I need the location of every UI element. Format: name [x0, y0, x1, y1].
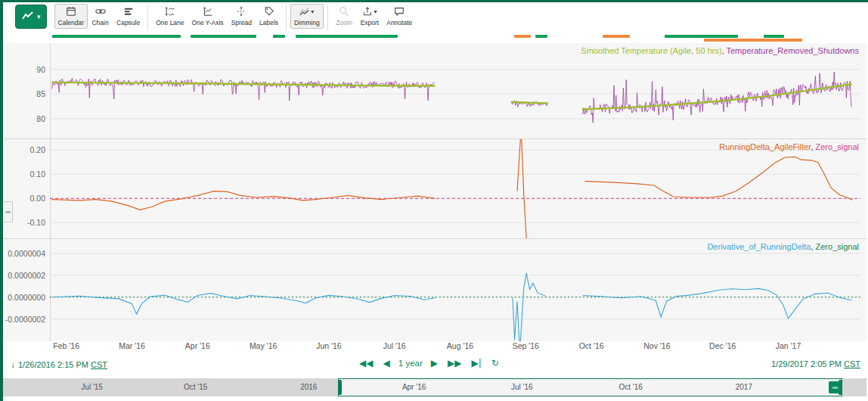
legend-item[interactable]: Zero_signal [816, 142, 859, 151]
x-tick-label: Jun '16 [309, 341, 349, 350]
toolbar-button-export[interactable]: ▾Export [357, 4, 383, 29]
capsule-bar-orange[interactable] [514, 35, 531, 38]
capsule-bar-green[interactable] [273, 35, 285, 38]
view-selector-button[interactable]: ▾ [15, 5, 47, 29]
capsule-bar-green[interactable] [764, 35, 784, 38]
timeline-label: 2016 [300, 383, 317, 391]
series-Derivative_of_RunningDelta[interactable] [583, 288, 852, 319]
chart-lane-temperature-lane: 908580Smoothed Temperature (Agile, 50 hr… [3, 43, 866, 139]
x-tick-label: Nov '16 [637, 341, 677, 350]
legend-item[interactable]: Smoothed Temperature (Agile, 50 hrs) [581, 46, 721, 55]
timezone-label[interactable]: CST [91, 360, 107, 369]
x-tick-label: Feb '16 [47, 341, 86, 350]
calendar-icon [66, 6, 76, 19]
series-RunningDelta_AgileFilter[interactable] [52, 191, 436, 210]
toolbar-separator [327, 5, 328, 30]
y-tick-label: 80 [3, 114, 45, 123]
capsule-bar-orange[interactable] [603, 35, 631, 38]
series-Smoothed Temperature (Agile, 50 hrs)[interactable] [511, 102, 548, 104]
chain-icon [95, 6, 106, 19]
legend-item[interactable]: RunningDelta_AgileFilter [719, 142, 811, 151]
range-duration-label[interactable]: 1 year [398, 359, 423, 368]
seeq-trend-workbench: ▾ CalendarChainCapsuleOne LaneOne Y-Axis… [0, 0, 868, 401]
chart-lane-derivative-lane: 0.00000040.00000020.0000000-0.0000002Der… [3, 239, 866, 343]
toolbar-button-calendar[interactable]: Calendar [54, 4, 88, 29]
trend-chart: 908580Smoothed Temperature (Agile, 50 hr… [3, 43, 866, 343]
toolbar-button-one-y-axis[interactable]: One Y-Axis [188, 4, 228, 29]
series-RunningDelta_AgileFilter[interactable] [584, 157, 852, 200]
x-tick-label: May '16 [243, 341, 283, 350]
toolbar-button-dimming[interactable]: ▾Dimming [290, 4, 324, 29]
annotate-icon [394, 6, 405, 19]
toolbar-button-one-lane[interactable]: One Lane [152, 4, 188, 29]
y-tick-label: -0.0000002 [3, 315, 45, 324]
zoom-icon [339, 6, 349, 19]
series-Temperature_Removed_Shutdowns[interactable] [52, 78, 435, 101]
toolbar-button-spread[interactable]: Spread [228, 4, 256, 29]
display-range-start-link[interactable]: ↓1/26/2016 2:15 PM CST [11, 359, 107, 370]
timeline-scrollbar[interactable]: Jul '15Oct '152016Apr '16Jul '16Oct '162… [3, 378, 866, 396]
down-arrow-icon: ↓ [11, 359, 15, 370]
toolbar-button-capsule[interactable]: Capsule [113, 4, 144, 29]
timeline-label: Jul '15 [81, 383, 103, 391]
jump-start-button[interactable]: ◀◀ [358, 357, 374, 369]
timeline-expand-handle[interactable]: «» [829, 381, 841, 393]
capsule-bar-green[interactable] [52, 35, 180, 38]
x-tick-label: Jul '16 [375, 341, 414, 350]
capsule-bar-green[interactable] [665, 35, 738, 38]
step-forward-button[interactable]: ▶ [429, 357, 439, 369]
toolbar-button-groups: CalendarChainCapsuleOne LaneOne Y-AxisSp… [54, 4, 417, 30]
toolbar-button-label: Chain [91, 19, 108, 26]
jump-forward-button[interactable]: ▶▶ [446, 357, 463, 369]
display-range-end-link[interactable]: 1/29/2017 2:05 PM CST [771, 359, 860, 368]
series-Temperature_Removed_Shutdowns[interactable] [582, 72, 851, 123]
series-Derivative_of_RunningDelta[interactable] [513, 273, 545, 342]
capsule-bar-green[interactable] [296, 35, 398, 38]
top-accent-bar [0, 0, 868, 2]
toolbar-button-chain[interactable]: Chain [88, 4, 113, 29]
y-tick-label: 90 [3, 65, 45, 74]
x-tick-label: Sep '16 [506, 341, 545, 350]
range-navigation: ◀◀◀1 year▶▶▶▶|↻ [358, 357, 501, 369]
timeline-left-handle[interactable] [338, 380, 342, 395]
left-accent-bar [0, 0, 3, 401]
refresh-button[interactable]: ↻ [490, 357, 501, 369]
series-RunningDelta_AgileFilter[interactable] [517, 139, 527, 238]
toolbar-button-zoom: Zoom [332, 4, 357, 29]
capsule-bar-green[interactable] [191, 35, 256, 38]
x-tick-label: Aug '16 [441, 341, 480, 350]
x-axis-labels: Feb '16Mar '16Apr '16May '16Jun '16Jul '… [3, 341, 866, 353]
timezone-label[interactable]: CST [844, 359, 860, 368]
panel-collapse-handle[interactable]: «» [3, 201, 13, 222]
step-back-button[interactable]: ◀ [382, 357, 392, 369]
lane-legend: RunningDelta_AgileFilter, Zero_signal [719, 142, 859, 151]
legend-item[interactable]: Temperature_Removed_Shutdowns [727, 46, 860, 55]
x-tick-label: Apr '16 [178, 341, 217, 350]
toolbar-button-label: Zoom [336, 19, 352, 26]
legend-item[interactable]: Derivative_of_RunningDelta [707, 242, 811, 251]
chevron-down-icon: ▾ [37, 14, 41, 20]
legend-item[interactable]: Zero_signal [816, 242, 859, 251]
capsule-bar-green[interactable] [535, 35, 547, 38]
plot-surface[interactable] [50, 239, 860, 342]
toolbar-button-annotate[interactable]: Annotate [383, 4, 416, 29]
toolbar-button-label: Spread [231, 19, 252, 26]
x-tick-label: Mar '16 [113, 341, 152, 350]
toolbar-button-label: Annotate [386, 19, 412, 26]
timeline-label: Oct '15 [184, 383, 207, 391]
x-tick-label: Dec '16 [703, 341, 742, 350]
display-range-end: 1/29/2017 2:05 PM [771, 359, 842, 368]
capsule-bar-orange[interactable] [704, 39, 802, 42]
toolbar-button-labels[interactable]: Labels [256, 4, 282, 29]
dimming-icon [299, 6, 310, 19]
y-tick-label: 0.0000000 [3, 293, 45, 302]
lane-legend: Smoothed Temperature (Agile, 50 hrs), Te… [581, 46, 859, 55]
jump-end-button[interactable]: ▶| [470, 357, 482, 369]
x-tick-label: Oct '16 [572, 341, 611, 350]
y-tick-label: 0.0000004 [3, 249, 45, 258]
one-y-axis-icon [203, 6, 213, 19]
plot-surface[interactable] [50, 43, 860, 138]
plot-surface[interactable] [50, 139, 860, 238]
series-Derivative_of_RunningDelta[interactable] [52, 294, 436, 315]
toolbar-button-label: Capsule [116, 19, 140, 26]
